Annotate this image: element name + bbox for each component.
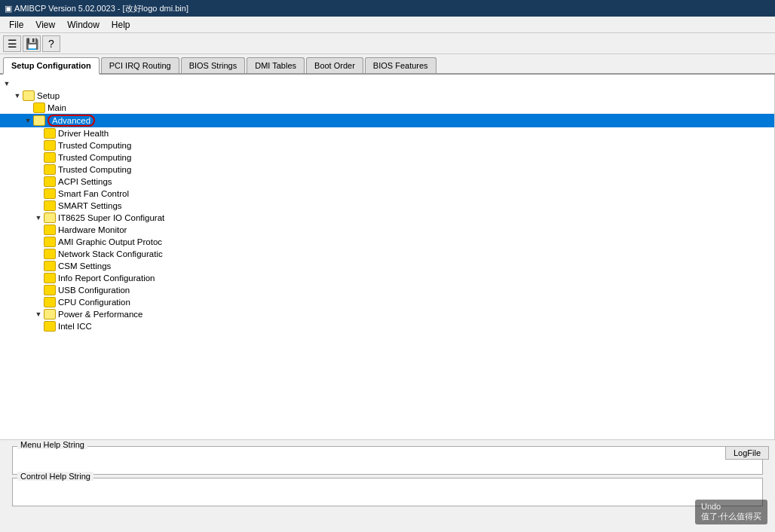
tab-bios-strings[interactable]: BIOS Strings	[181, 57, 246, 73]
tree-setup[interactable]: ▼ Setup	[0, 90, 774, 102]
tree-label-driver-health: Driver Health	[58, 129, 109, 138]
tree-label-main: Main	[47, 103, 66, 112]
tree-label-trusted-1: Trusted Computing	[58, 141, 131, 150]
app-icon: ▣	[5, 4, 12, 14]
tree-root[interactable]: ▼	[0, 78, 774, 90]
folder-icon-smart-fan	[44, 188, 56, 199]
tree-driver-health[interactable]: Driver Health	[0, 127, 774, 139]
tree-main[interactable]: Main	[0, 102, 774, 114]
tree-power-perf[interactable]: ▼ Power & Performance	[0, 308, 774, 320]
tree-label-setup: Setup	[37, 91, 60, 100]
folder-icon-it8625	[44, 212, 56, 223]
tree-label-acpi: ACPI Settings	[58, 177, 112, 186]
tree-csm[interactable]: CSM Settings	[0, 260, 774, 272]
tree-advanced[interactable]: ▼ Advanced	[0, 114, 774, 127]
folder-icon-trusted-1	[44, 140, 56, 151]
expand-trusted-2[interactable]	[33, 152, 44, 163]
folder-icon-main	[33, 102, 45, 113]
expand-acpi[interactable]	[33, 176, 44, 187]
folder-icon-info-report	[44, 273, 56, 283]
expand-smart-fan[interactable]	[33, 188, 44, 199]
tree-label-intel-icc: Intel ICC	[58, 322, 92, 331]
toolbar-new-btn[interactable]: ☰	[3, 35, 21, 52]
tree-it8625[interactable]: ▼ IT8625 Super IO Configurat	[0, 212, 774, 224]
tab-setup-config[interactable]: Setup Configuration	[3, 57, 100, 75]
control-help-label: Control Help String	[17, 472, 93, 481]
app-title: AMIBCP Version 5.02.0023 - [改好logo dmi.b…	[14, 3, 188, 14]
toolbar-help-btn[interactable]: ?	[42, 35, 60, 52]
tree-acpi[interactable]: ACPI Settings	[0, 176, 774, 188]
tree-label-it8625: IT8625 Super IO Configurat	[58, 213, 164, 222]
tab-pci-irq[interactable]: PCI IRQ Routing	[101, 57, 179, 73]
expand-root[interactable]: ▼	[2, 78, 12, 89]
tree-label-power-perf: Power & Performance	[58, 310, 143, 319]
expand-usb-config[interactable]	[33, 285, 44, 295]
bottom-area: Menu Help String LogFile Control Help St…	[0, 439, 775, 530]
tree-label-ami-graphic: AMI Graphic Output Protoc	[58, 237, 162, 246]
control-help-box: Control Help String	[12, 478, 763, 506]
expand-power-perf[interactable]: ▼	[33, 309, 44, 320]
expand-advanced[interactable]: ▼	[23, 115, 33, 126]
folder-icon-driver-health	[44, 128, 56, 139]
tree-network-stack[interactable]: Network Stack Configuratic	[0, 248, 774, 260]
expand-trusted-3[interactable]	[33, 164, 44, 175]
tree-trusted-1[interactable]: Trusted Computing	[0, 139, 774, 151]
menu-file[interactable]: File	[3, 18, 29, 32]
folder-icon-trusted-2	[44, 152, 56, 163]
folder-icon-intel-icc	[44, 321, 56, 332]
menu-help[interactable]: Help	[106, 18, 136, 32]
expand-it8625[interactable]: ▼	[33, 212, 44, 223]
expand-trusted-1[interactable]	[33, 140, 44, 151]
tree-label-advanced: Advanced	[47, 115, 95, 127]
titlebar: ▣ AMIBCP Version 5.02.0023 - [改好logo dmi…	[0, 0, 775, 17]
tree-label-network-stack: Network Stack Configuratic	[58, 249, 163, 258]
tree-label-hw-monitor: Hardware Monitor	[58, 225, 127, 234]
tree-label-usb-config: USB Configuration	[58, 286, 130, 295]
folder-icon-trusted-3	[44, 164, 56, 175]
folder-icon-setup	[23, 90, 35, 101]
tree-smart-settings[interactable]: SMART Settings	[0, 200, 774, 212]
tree-hw-monitor[interactable]: Hardware Monitor	[0, 224, 774, 236]
menubar: File View Window Help	[0, 17, 775, 33]
logfile-button[interactable]: LogFile	[725, 446, 769, 460]
tree-smart-fan[interactable]: Smart Fan Control	[0, 188, 774, 200]
expand-intel-icc[interactable]	[33, 321, 44, 332]
folder-icon-power-perf	[44, 309, 56, 320]
expand-driver-health[interactable]	[33, 128, 44, 139]
expand-smart-settings[interactable]	[33, 200, 44, 211]
expand-csm[interactable]	[33, 261, 44, 271]
menu-view[interactable]: View	[29, 18, 61, 32]
tab-dmi-tables[interactable]: DMI Tables	[247, 57, 305, 73]
menu-help-box: Menu Help String	[12, 446, 763, 475]
tree-trusted-2[interactable]: Trusted Computing	[0, 151, 774, 164]
tree-label-smart-fan: Smart Fan Control	[58, 189, 129, 198]
folder-icon-network-stack	[44, 249, 56, 259]
tree-usb-config[interactable]: USB Configuration	[0, 284, 774, 296]
folder-icon-ami-graphic	[44, 237, 56, 247]
expand-hw-monitor[interactable]	[33, 225, 44, 235]
menu-help-label: Menu Help String	[17, 440, 87, 449]
expand-main[interactable]	[23, 102, 33, 113]
expand-info-report[interactable]	[33, 273, 44, 283]
expand-cpu-config[interactable]	[33, 297, 44, 307]
tree-pane: ▼ ▼ Setup Main ▼	[0, 75, 775, 439]
tree-cpu-config[interactable]: CPU Configuration	[0, 296, 774, 308]
menu-window[interactable]: Window	[61, 18, 106, 32]
folder-icon-advanced	[33, 115, 45, 126]
tab-bios-features[interactable]: BIOS Features	[365, 57, 437, 73]
watermark: Undo 值了·什么值得买	[695, 500, 767, 524]
tree-trusted-3[interactable]: Trusted Computing	[0, 164, 774, 176]
tree-info-report[interactable]: Info Report Configuration	[0, 272, 774, 284]
expand-setup[interactable]: ▼	[12, 90, 23, 101]
tree-ami-graphic[interactable]: AMI Graphic Output Protoc	[0, 236, 774, 248]
tree-intel-icc[interactable]: Intel ICC	[0, 320, 774, 332]
expand-network-stack[interactable]	[33, 249, 44, 259]
tab-boot-order[interactable]: Boot Order	[306, 57, 363, 73]
folder-icon-smart-settings	[44, 200, 56, 211]
tree-label-smart-settings: SMART Settings	[58, 201, 122, 210]
toolbar-save-btn[interactable]: 💾	[23, 35, 41, 52]
folder-icon-cpu-config	[44, 297, 56, 307]
expand-ami-graphic[interactable]	[33, 237, 44, 247]
folder-icon-csm	[44, 261, 56, 271]
folder-icon-acpi	[44, 176, 56, 187]
